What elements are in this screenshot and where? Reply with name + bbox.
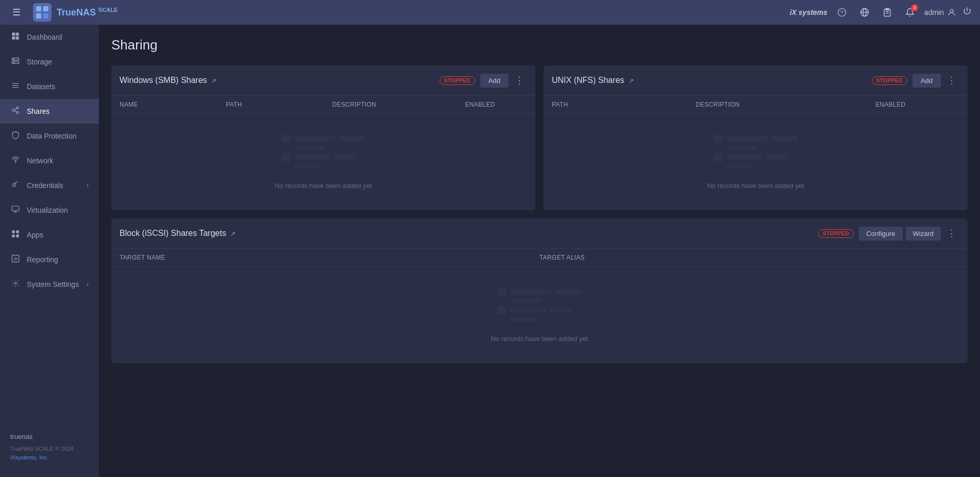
iscsi-empty-text: No records have been added yet bbox=[491, 335, 588, 343]
company-label: iXsystems, Inc. bbox=[10, 453, 89, 463]
svg-rect-2 bbox=[36, 13, 41, 19]
nfs-external-link-icon[interactable]: ↗ bbox=[629, 77, 634, 84]
sidebar-item-apps[interactable]: Apps bbox=[0, 223, 99, 247]
sidebar-item-shares[interactable]: Shares bbox=[0, 99, 99, 124]
nfs-col-path: Path bbox=[552, 101, 696, 108]
main-layout: Dashboard Storage Datasets Shares Data P… bbox=[0, 25, 980, 477]
smb-external-link-icon[interactable]: ↗ bbox=[211, 77, 216, 84]
nfs-add-button[interactable]: Add bbox=[913, 74, 941, 88]
sidebar-item-storage[interactable]: Storage bbox=[0, 49, 99, 74]
main-content: Sharing Windows (SMB) Shares ↗ STOPPED A… bbox=[99, 25, 980, 477]
smb-more-button[interactable]: ⋮ bbox=[512, 73, 527, 88]
sidebar-item-reporting[interactable]: Reporting bbox=[0, 247, 99, 272]
svg-point-21 bbox=[13, 62, 14, 63]
sidebar-item-network[interactable]: Network bbox=[0, 148, 99, 173]
svg-rect-3 bbox=[43, 13, 48, 19]
sidebar-item-datasets[interactable]: Datasets bbox=[0, 74, 99, 99]
svg-rect-32 bbox=[12, 206, 19, 211]
iscsi-card-header: Block (iSCSI) Shares Targets ↗ STOPPED C… bbox=[111, 218, 968, 249]
sidebar-item-system-settings[interactable]: System Settings › bbox=[0, 272, 99, 297]
storage-icon bbox=[10, 57, 21, 67]
svg-rect-35 bbox=[12, 230, 14, 233]
nfs-table-header: Path Description Enabled bbox=[544, 96, 968, 114]
credentials-chevron-icon: › bbox=[87, 182, 89, 189]
smb-card-header: Windows (SMB) Shares ↗ STOPPED Add ⋮ bbox=[111, 65, 535, 96]
svg-rect-0 bbox=[36, 6, 41, 11]
app-header: ☰ TrueNAS SCALE iX systems ? bbox=[0, 0, 980, 25]
sidebar-footer: truenas TrueNAS SCALE ® 2024 iXsystems, … bbox=[0, 423, 99, 471]
logo-text: TrueNAS SCALE bbox=[57, 7, 117, 18]
logo-icon bbox=[33, 3, 52, 22]
logo-area: TrueNAS SCALE bbox=[33, 3, 117, 22]
page-title: Sharing bbox=[111, 37, 968, 53]
svg-rect-18 bbox=[12, 58, 19, 60]
svg-rect-1 bbox=[43, 6, 48, 11]
logo-sub-text: SCALE bbox=[98, 7, 117, 13]
svg-point-20 bbox=[13, 59, 14, 59]
smb-add-button[interactable]: Add bbox=[480, 74, 509, 88]
apps-icon bbox=[10, 230, 21, 240]
iscsi-card-title: Block (iSCSI) Shares Targets ↗ bbox=[120, 229, 813, 238]
sidebar-label-credentials: Credentials bbox=[27, 181, 80, 190]
sidebar-item-data-protection[interactable]: Data Protection bbox=[0, 124, 99, 148]
user-guide-button[interactable]: ? bbox=[834, 4, 850, 21]
svg-point-13 bbox=[950, 9, 953, 12]
iscsi-external-link-icon[interactable]: ↗ bbox=[230, 230, 235, 237]
admin-area[interactable]: admin bbox=[924, 8, 956, 17]
notification-count: 3 bbox=[911, 4, 918, 11]
sidebar-label-dashboard: Dashboard bbox=[27, 33, 89, 41]
smb-status-badge: STOPPED bbox=[440, 76, 475, 85]
iscsi-skeleton bbox=[498, 287, 581, 321]
dashboard-icon bbox=[10, 32, 21, 42]
iscsi-card-actions: Configure Wizard ⋮ bbox=[859, 226, 959, 241]
credentials-icon bbox=[10, 180, 21, 191]
sidebar-label-network: Network bbox=[27, 157, 89, 165]
sidebar-label-reporting: Reporting bbox=[27, 255, 89, 264]
iscsi-table: Target Name Target Alias bbox=[111, 249, 968, 363]
iscsi-empty-state: No records have been added yet bbox=[111, 267, 968, 363]
notifications-button[interactable]: 3 bbox=[902, 4, 918, 21]
power-button[interactable] bbox=[962, 7, 972, 19]
svg-text:?: ? bbox=[840, 9, 843, 15]
smb-card-title: Windows (SMB) Shares ↗ bbox=[120, 76, 434, 85]
ix-systems-logo: iX systems bbox=[790, 8, 827, 16]
clipboard-button[interactable] bbox=[879, 4, 895, 21]
smb-col-path: Path bbox=[226, 101, 332, 108]
nfs-card-actions: Add ⋮ bbox=[913, 73, 959, 88]
sidebar-item-dashboard[interactable]: Dashboard bbox=[0, 25, 99, 49]
iscsi-more-button[interactable]: ⋮ bbox=[944, 226, 959, 241]
nfs-card-header: UNIX (NFS) Shares ↗ STOPPED Add ⋮ bbox=[544, 65, 968, 96]
sidebar: Dashboard Storage Datasets Shares Data P… bbox=[0, 25, 99, 477]
hamburger-button[interactable]: ☰ bbox=[8, 5, 25, 20]
smb-col-name: Name bbox=[120, 101, 226, 108]
iscsi-card: Block (iSCSI) Shares Targets ↗ STOPPED C… bbox=[111, 218, 968, 363]
sidebar-label-data-protection: Data Protection bbox=[27, 132, 89, 140]
hostname-label: truenas bbox=[10, 432, 89, 442]
svg-point-25 bbox=[16, 107, 19, 109]
network-icon bbox=[10, 156, 21, 166]
smb-empty-text: No records have been added yet bbox=[275, 182, 372, 190]
sidebar-item-credentials[interactable]: Credentials › bbox=[0, 173, 99, 198]
network-icon-button[interactable] bbox=[856, 4, 873, 21]
iscsi-col-target-alias: Target Alias bbox=[539, 254, 959, 261]
system-settings-chevron-icon: › bbox=[87, 281, 89, 288]
iscsi-status-badge: STOPPED bbox=[818, 229, 854, 238]
smb-col-description: Description bbox=[332, 101, 465, 108]
datasets-icon bbox=[10, 81, 21, 92]
svg-point-31 bbox=[13, 184, 15, 186]
svg-rect-19 bbox=[12, 61, 19, 63]
svg-point-30 bbox=[15, 162, 15, 162]
svg-rect-36 bbox=[16, 230, 19, 233]
nfs-more-button[interactable]: ⋮ bbox=[944, 73, 959, 88]
sidebar-item-virtualization[interactable]: Virtualization bbox=[0, 198, 99, 223]
nfs-col-enabled: Enabled bbox=[875, 101, 959, 108]
smb-col-enabled: Enabled bbox=[465, 101, 527, 108]
iscsi-wizard-button[interactable]: Wizard bbox=[906, 227, 941, 241]
copyright-label: TrueNAS SCALE ® 2024 bbox=[10, 445, 89, 454]
admin-label: admin bbox=[924, 8, 944, 16]
top-cards-grid: Windows (SMB) Shares ↗ STOPPED Add ⋮ Nam… bbox=[111, 65, 968, 210]
nfs-table: Path Description Enabled bbox=[544, 96, 968, 210]
sidebar-label-datasets: Datasets bbox=[27, 82, 89, 91]
nfs-card: UNIX (NFS) Shares ↗ STOPPED Add ⋮ Path D… bbox=[544, 65, 968, 210]
iscsi-configure-button[interactable]: Configure bbox=[859, 227, 902, 241]
